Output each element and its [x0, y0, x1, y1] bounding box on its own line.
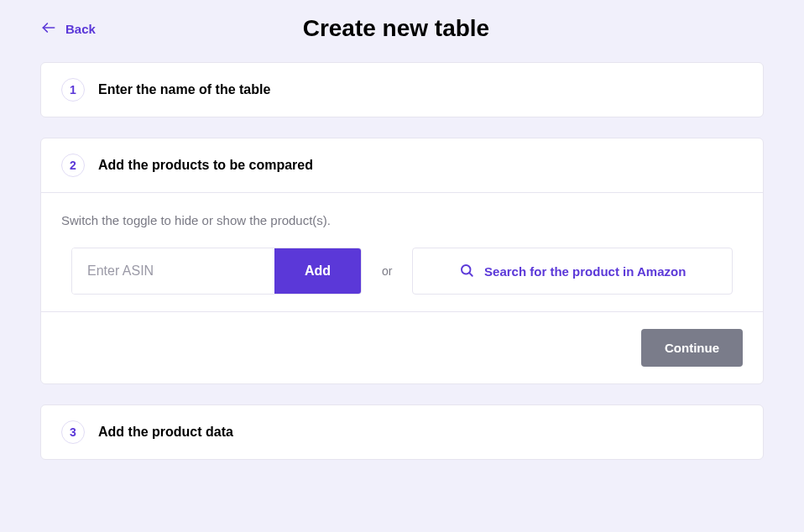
page-title: Create new table [29, 15, 764, 42]
step-2-body: Switch the toggle to hide or show the pr… [41, 192, 763, 311]
step-3-title: Add the product data [98, 425, 233, 440]
search-amazon-label: Search for the product in Amazon [484, 264, 686, 279]
svg-line-2 [469, 273, 472, 276]
step-1-card[interactable]: 1 Enter the name of the table [40, 62, 764, 117]
product-input-row: Add or Search for the product in Amazon [61, 248, 743, 295]
step-2-footer: Continue [41, 311, 763, 383]
step-3-header: 3 Add the product data [41, 405, 763, 459]
continue-button[interactable]: Continue [641, 329, 743, 367]
asin-input[interactable] [72, 248, 274, 294]
step-2-card: 2 Add the products to be compared Switch… [40, 138, 764, 384]
step-1-badge: 1 [61, 78, 85, 102]
step-1-title: Enter the name of the table [98, 82, 270, 97]
search-icon [459, 263, 474, 280]
wizard-container: 1 Enter the name of the table 2 Add the … [0, 62, 804, 460]
step-2-header: 2 Add the products to be compared [41, 138, 763, 192]
step-2-title: Add the products to be compared [98, 158, 313, 173]
step-3-card[interactable]: 3 Add the product data [40, 404, 764, 460]
step-1-header: 1 Enter the name of the table [41, 63, 763, 117]
step-2-badge: 2 [61, 154, 85, 177]
or-divider: or [382, 264, 392, 278]
toggle-hint: Switch the toggle to hide or show the pr… [61, 213, 743, 227]
asin-input-group: Add [71, 248, 362, 295]
add-button[interactable]: Add [274, 248, 361, 294]
step-3-badge: 3 [61, 420, 85, 444]
search-amazon-button[interactable]: Search for the product in Amazon [412, 248, 733, 295]
page-header: Back Create new table [0, 0, 804, 62]
